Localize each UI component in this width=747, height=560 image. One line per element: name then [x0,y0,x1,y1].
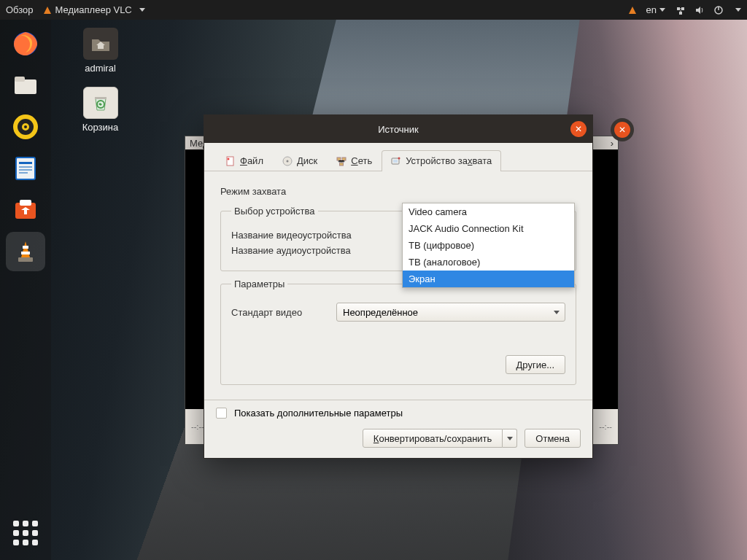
chevron-down-icon [735,8,741,12]
svg-rect-8 [16,158,35,179]
advanced-options-button[interactable]: Другие... [506,355,565,374]
tab-disc[interactable]: Диск [273,150,327,171]
dock-item-vlc[interactable] [6,232,45,271]
audio-device-label: Название аудиоустройства [231,245,370,256]
dialog-footer: Показать дополнительные параметры [204,400,592,429]
chevron-down-icon [659,8,665,12]
network-icon [336,156,347,166]
svg-rect-17 [21,252,30,254]
dropdown-option-selected[interactable]: Экран [403,271,574,287]
capture-mode-dropdown[interactable]: Video camera JACK Audio Connection Kit Т… [402,203,575,288]
time-total: --:-- [599,422,612,431]
app-menu[interactable]: Медиаплеер VLC [44,4,145,15]
convert-save-button[interactable]: Конвертировать/сохранить [363,429,503,448]
dropdown-option[interactable]: ТВ (цифровое) [403,237,574,254]
capture-mode-label: Режим захвата [220,186,286,197]
svg-point-23 [286,160,288,162]
svg-point-7 [24,125,27,128]
dock-item-firefox[interactable] [6,24,45,63]
svg-rect-25 [342,158,346,160]
trash-icon [92,93,109,112]
dialog-buttons: Конвертировать/сохранить Отмена [204,429,592,458]
volume-icon [694,5,705,15]
video-standard-label: Стандарт видео [231,307,326,318]
cancel-button[interactable]: Отмена [525,429,581,448]
video-device-label: Название видеоустройства [231,230,370,241]
svg-rect-13 [19,172,28,174]
dock-item-writer[interactable] [6,149,45,188]
system-menu[interactable] [676,5,741,15]
show-more-options-label: Показать дополнительные параметры [234,408,403,419]
svg-point-21 [228,158,230,160]
activities-button[interactable]: Обзор [6,4,34,15]
svg-rect-24 [337,158,341,160]
options-group: Параметры Стандарт видео Неопределённое … [220,279,576,385]
desktop-icon-home[interactable]: admiral [73,28,128,74]
tab-file[interactable]: Файл [216,150,273,171]
disc-icon [282,156,293,166]
dropdown-option[interactable]: JACK Audio Connection Kit [403,220,574,237]
dropdown-option[interactable]: Video camera [403,203,574,220]
apps-grid-icon [13,521,38,545]
svg-rect-18 [18,257,33,262]
open-media-dialog: Источник ✕ Файл Диск Сеть Устройство зах… [204,114,593,459]
desktop-icon-trash[interactable]: Корзина [73,87,128,133]
capture-icon [391,156,401,166]
svg-rect-12 [19,169,32,171]
svg-rect-28 [393,160,398,163]
svg-rect-11 [19,166,32,168]
time-elapsed: --:-- [191,422,204,431]
power-icon [713,5,724,15]
options-legend: Параметры [231,279,287,289]
vlc-cone-icon [44,7,51,14]
close-icon[interactable]: ✕ [614,122,630,138]
tab-capture-device[interactable]: Устройство захвата [382,150,501,171]
top-panel: Обзор Медиаплеер VLC en [0,0,747,20]
keyboard-layout-indicator[interactable]: en [646,4,665,15]
dialog-close-button[interactable]: ✕ [570,121,587,137]
dock [0,20,51,560]
vlc-indicator-icon[interactable] [629,7,636,14]
dropdown-option[interactable]: ТВ (аналоговое) [403,254,574,271]
file-icon [225,156,236,166]
svg-rect-3 [15,77,25,82]
svg-rect-10 [19,162,32,164]
convert-save-dropdown[interactable] [503,429,517,448]
dialog-title: Источник [378,124,419,135]
svg-rect-15 [20,200,31,206]
desktop-icons: admiral Корзина [73,28,128,146]
video-standard-select[interactable]: Неопределённое [336,303,565,322]
svg-rect-16 [23,246,28,249]
dock-item-software[interactable] [6,190,45,230]
home-folder-icon [90,35,111,52]
tab-bar: Файл Диск Сеть Устройство захвата [204,143,592,171]
dock-item-rhythmbox[interactable] [6,107,45,147]
network-icon [676,5,686,15]
device-selection-legend: Выбор устройства [231,206,318,217]
tab-network[interactable]: Сеть [327,150,382,171]
desktop-icon-label: admiral [85,63,116,74]
desktop-icon-label: Корзина [82,122,119,133]
show-applications[interactable] [6,513,45,553]
svg-point-29 [398,157,400,159]
video-standard-value: Неопределённое [343,307,418,318]
dock-item-files[interactable] [6,66,45,105]
chevron-down-icon [139,8,145,12]
show-more-options-checkbox[interactable] [216,408,227,419]
dialog-titlebar: Источник ✕ [204,115,592,143]
